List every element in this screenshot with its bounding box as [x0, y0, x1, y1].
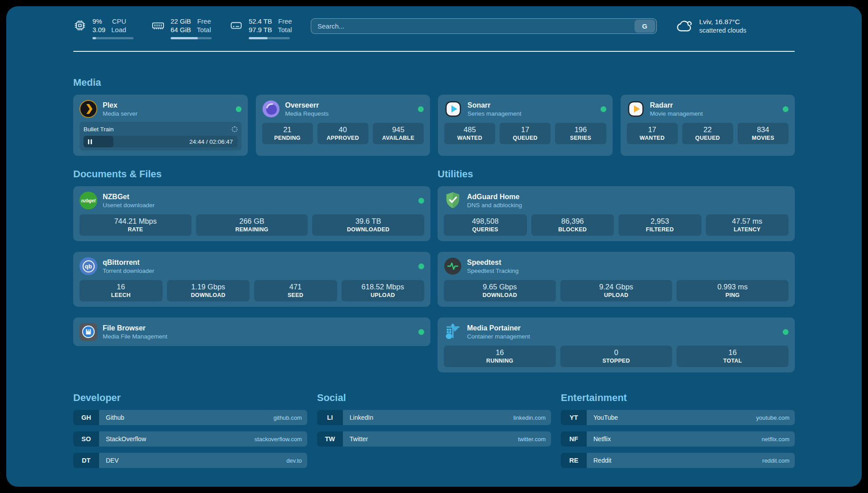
- stat-tile: 1.19 Gbps DOWNLOAD: [167, 280, 250, 301]
- bookmark-domain: twitter.com: [518, 436, 546, 443]
- bookmark-youtube[interactable]: YT YouTube youtube.com: [561, 410, 795, 425]
- utilities-column: Utilities AdGuard Home: [438, 168, 795, 372]
- qbittorrent-icon: qb: [79, 257, 97, 275]
- service-subtitle: Movie management: [650, 110, 703, 117]
- adguard-icon: [444, 192, 462, 209]
- stat-tile: 16 TOTAL: [676, 346, 789, 367]
- stat-tile: 21 PENDING: [262, 123, 313, 144]
- bookmark-domain: dev.to: [287, 457, 302, 464]
- filebrowser-icon: [79, 323, 97, 341]
- bookmark-group-developer: Developer GH Github github.com SO StackO…: [73, 392, 307, 468]
- service-card-sonarr[interactable]: Sonarr Series management 485 WANTED 17 Q…: [438, 95, 613, 156]
- service-title: NZBGet: [103, 192, 154, 201]
- stat-tile: 266 GB REMAINING: [196, 214, 308, 236]
- bookmark-abbr: LI: [317, 410, 343, 425]
- pause-icon: [88, 139, 89, 144]
- stat-tile: 9.65 Gbps DOWNLOAD: [444, 280, 556, 301]
- bookmark-name: DEV: [106, 457, 119, 464]
- bookmark-netflix[interactable]: NF Netflix netflix.com: [561, 431, 795, 447]
- service-card-plex[interactable]: Plex Media server Bullet Train: [73, 95, 248, 156]
- service-subtitle: Media Requests: [285, 110, 329, 117]
- status-dot: [418, 329, 424, 335]
- status-dot: [418, 198, 424, 204]
- stat-tile: 945 AVAILABLE: [373, 123, 424, 144]
- service-card-speedtest[interactable]: Speedtest Speedtest Tracking 9.65 Gbps D…: [438, 252, 795, 307]
- bookmark-domain: reddit.com: [762, 457, 789, 464]
- service-card-filebrowser[interactable]: File Browser Media File Management: [73, 318, 430, 346]
- bookmark-name: Github: [106, 414, 124, 421]
- now-playing-title: Bullet Train: [83, 126, 114, 133]
- cpu-icon: [73, 19, 87, 32]
- stat-tile: 17 QUEUED: [500, 123, 551, 144]
- disk-free-value: 52.4 TB: [249, 17, 272, 25]
- service-subtitle: Speedtest Tracking: [467, 267, 519, 275]
- stat-tile: 16 LEECH: [79, 280, 163, 301]
- service-title: Overseerr: [285, 100, 329, 110]
- service-subtitle: Usenet downloader: [103, 201, 154, 209]
- playback-time: 24:44 / 02:06:47: [189, 138, 233, 145]
- plex-now-playing: Bullet Train 24:44 / 02:06:47: [79, 122, 242, 150]
- service-subtitle: Torrent downloader: [103, 267, 154, 275]
- weather-widget[interactable]: Lviv, 16.87°C scattered clouds: [676, 15, 747, 35]
- disk-total-label: Total: [278, 25, 292, 34]
- bookmark-dev[interactable]: DT DEV dev.to: [73, 453, 307, 468]
- documents-column: Documents & Files nzbget NZBGet Usenet d…: [73, 168, 430, 372]
- disk-progress-bar: [249, 37, 290, 39]
- memory-total-label: Total: [197, 25, 211, 34]
- bookmark-reddit[interactable]: RE Reddit reddit.com: [561, 453, 795, 468]
- service-card-overseerr[interactable]: Overseerr Media Requests 21 PENDING 40 A…: [256, 95, 430, 156]
- service-subtitle: Media server: [103, 110, 138, 117]
- bookmark-linkedin[interactable]: LI LinkedIn linkedin.com: [317, 410, 551, 425]
- bookmark-group-entertainment: Entertainment YT YouTube youtube.com NF …: [561, 392, 795, 468]
- weather-condition: scattered clouds: [699, 26, 747, 35]
- stat-tile: 16 RUNNING: [444, 346, 556, 367]
- dashboard-panel: 9% 3.09 CPU Load: [6, 6, 862, 487]
- cpu-usage-label: CPU: [111, 17, 126, 25]
- system-stats: 9% 3.09 CPU Load: [73, 15, 292, 39]
- bookmark-abbr: TW: [317, 431, 343, 447]
- bookmark-abbr: SO: [73, 431, 99, 447]
- speedtest-icon: [444, 257, 462, 275]
- disk-free-label: Free: [278, 17, 292, 25]
- bookmark-twitter[interactable]: TW Twitter twitter.com: [317, 431, 551, 447]
- bookmark-name: Netflix: [593, 435, 611, 443]
- bookmark-group-social: Social LI LinkedIn linkedin.com TW Twitt…: [317, 392, 551, 468]
- disk-total-value: 97.9 TB: [249, 25, 272, 34]
- memory-free-label: Free: [197, 17, 211, 25]
- service-title: Sonarr: [467, 100, 522, 110]
- cpu-stat: 9% 3.09 CPU Load: [73, 17, 134, 39]
- service-card-adguard[interactable]: AdGuard Home DNS and adblocking 498,508 …: [438, 186, 795, 241]
- service-card-qbittorrent[interactable]: qb qBittorrent Torrent downloader 16 LEE…: [73, 252, 430, 307]
- memory-total-value: 64 GiB: [171, 25, 191, 34]
- nzbget-icon: nzbget: [79, 192, 97, 209]
- playback-progress-fill: [83, 136, 113, 147]
- media-grid: Plex Media server Bullet Train: [73, 95, 795, 156]
- service-card-radarr[interactable]: Radarr Movie management 17 WANTED 22 QUE…: [621, 95, 795, 156]
- top-bar: 9% 3.09 CPU Load: [73, 15, 795, 39]
- memory-icon: [151, 19, 165, 32]
- service-card-nzbget[interactable]: nzbget NZBGet Usenet downloader 744.21 M…: [73, 186, 430, 241]
- service-subtitle: Media File Management: [103, 333, 167, 340]
- disk-stat: 52.4 TB 97.9 TB Free Total: [230, 17, 292, 39]
- section-title-documents: Documents & Files: [73, 168, 430, 180]
- bookmark-github[interactable]: GH Github github.com: [73, 410, 307, 425]
- status-dot: [783, 329, 789, 335]
- service-title: Radarr: [650, 100, 703, 110]
- bookmark-stackoverflow[interactable]: SO StackOverflow stackoverflow.com: [73, 431, 307, 447]
- bookmark-domain: youtube.com: [756, 414, 789, 421]
- gear-icon[interactable]: [232, 126, 238, 132]
- stat-tile: 471 SEED: [254, 280, 337, 301]
- bookmark-abbr: NF: [561, 431, 587, 447]
- cpu-usage-value: 9%: [92, 17, 105, 25]
- search-input[interactable]: [311, 22, 634, 30]
- stat-tile: 40 APPROVED: [317, 123, 368, 144]
- section-title-entertainment: Entertainment: [561, 392, 795, 404]
- search-provider-button[interactable]: G: [634, 20, 655, 33]
- plex-icon: [79, 100, 97, 118]
- stat-tile: 86,396 BLOCKED: [531, 214, 614, 236]
- bookmark-abbr: DT: [73, 453, 99, 468]
- service-title: Speedtest: [467, 258, 519, 267]
- portainer-icon: [444, 323, 462, 341]
- stat-tile: 618.52 Mbps UPLOAD: [342, 280, 425, 301]
- service-card-portainer[interactable]: Media Portainer Container management 16 …: [438, 318, 795, 372]
